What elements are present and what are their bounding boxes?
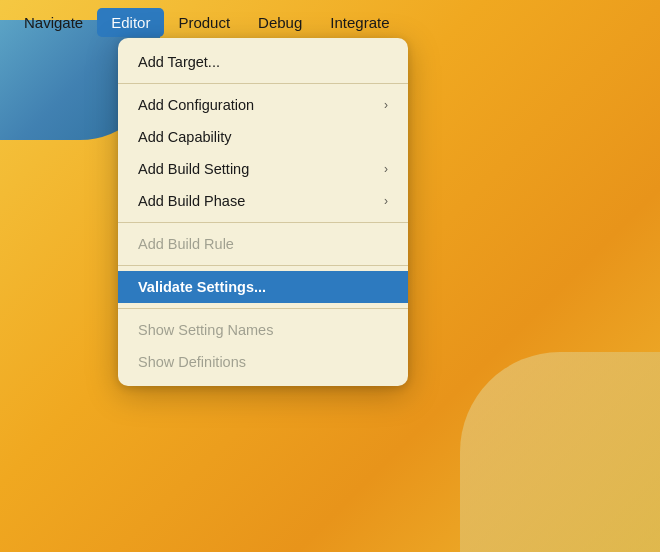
add-capability-label: Add Capability <box>138 129 232 145</box>
menu-item-validate-settings[interactable]: Validate Settings... <box>118 271 408 303</box>
separator-3 <box>118 265 408 266</box>
background-blob-sand <box>460 352 660 552</box>
menu-item-add-build-phase[interactable]: Add Build Phase › <box>118 185 408 217</box>
validate-settings-label: Validate Settings... <box>138 279 266 295</box>
menu-item-add-target[interactable]: Add Target... <box>118 46 408 78</box>
add-configuration-chevron-icon: › <box>384 98 388 112</box>
separator-2 <box>118 222 408 223</box>
add-target-label: Add Target... <box>138 54 220 70</box>
menu-item-navigate[interactable]: Navigate <box>10 8 97 37</box>
menu-item-product[interactable]: Product <box>164 8 244 37</box>
menu-item-debug[interactable]: Debug <box>244 8 316 37</box>
menu-item-add-build-rule: Add Build Rule <box>118 228 408 260</box>
menu-item-add-configuration[interactable]: Add Configuration › <box>118 89 408 121</box>
separator-4 <box>118 308 408 309</box>
menu-item-show-setting-names: Show Setting Names <box>118 314 408 346</box>
add-configuration-label: Add Configuration <box>138 97 254 113</box>
menu-item-show-definitions: Show Definitions <box>118 346 408 378</box>
add-build-phase-chevron-icon: › <box>384 194 388 208</box>
show-definitions-label: Show Definitions <box>138 354 246 370</box>
add-build-setting-label: Add Build Setting <box>138 161 249 177</box>
add-build-rule-label: Add Build Rule <box>138 236 234 252</box>
add-build-phase-label: Add Build Phase <box>138 193 245 209</box>
separator-1 <box>118 83 408 84</box>
menu-item-add-build-setting[interactable]: Add Build Setting › <box>118 153 408 185</box>
show-setting-names-label: Show Setting Names <box>138 322 273 338</box>
menu-item-integrate[interactable]: Integrate <box>316 8 403 37</box>
menu-item-add-capability[interactable]: Add Capability <box>118 121 408 153</box>
menu-item-editor[interactable]: Editor <box>97 8 164 37</box>
editor-dropdown-menu: Add Target... Add Configuration › Add Ca… <box>118 38 408 386</box>
add-build-setting-chevron-icon: › <box>384 162 388 176</box>
